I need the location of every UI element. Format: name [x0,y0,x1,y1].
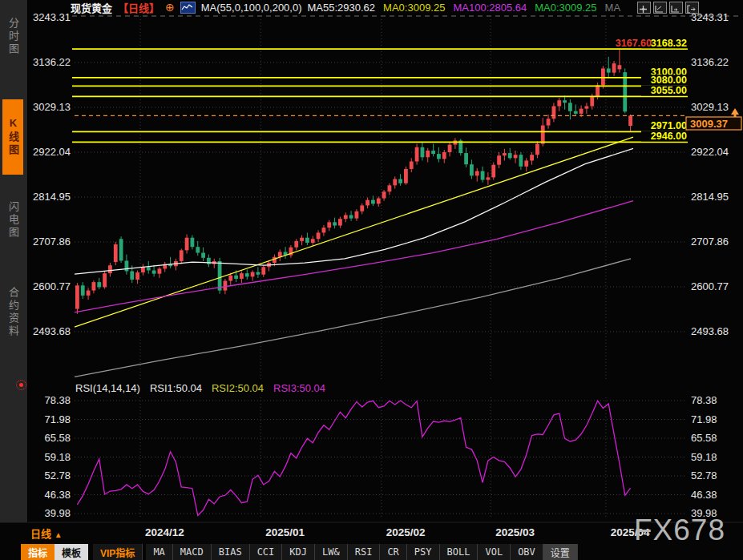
ma-value-label: MA0:3009.25 [535,2,596,14]
ma-value-label: MA0:3009.25 [383,2,445,14]
svg-text:2600.77: 2600.77 [33,280,71,292]
svg-text:2707.86: 2707.86 [691,236,729,248]
hline-label: 2971.00 [651,120,687,131]
month-label: 2024/12 [145,526,184,538]
svg-text:52.78: 52.78 [691,469,717,481]
ma-value-label: MA [605,2,621,14]
hline-label: 3055.00 [651,85,687,96]
rsi-settings-label: RSI(14,14,14) [75,382,140,394]
ma-line-MA55 [75,148,633,274]
period-tag: 【日线】 [118,0,160,15]
rsi-pane[interactable] [77,401,630,515]
svg-text:2600.77: 2600.77 [691,280,729,292]
left-sidebar: 分时图K线图闪电图合约资料 [0,0,28,522]
month-label: 2025/02 [386,526,426,538]
svg-text:3243.31: 3243.31 [33,11,71,23]
toolbar-item-PSY[interactable]: PSY [407,544,440,560]
rsi-values: RSI1:50.04RSI2:50.04RSI3:50.04 [150,382,325,394]
svg-text:71.98: 71.98 [44,413,71,425]
svg-text:3136.22: 3136.22 [691,56,729,68]
period-selector-label: 日线 [30,528,51,540]
zoom-axes-icon[interactable] [653,2,667,14]
toolbar-item-OBV[interactable]: OBV [511,544,543,560]
svg-text:78.38: 78.38 [691,394,717,406]
chart-header: 现货黄金 【日线】 ⊕ MA(55,0,100,0,200,0) MA55:29… [71,1,620,14]
rsi-value-label: RSI1:50.04 [150,382,202,394]
toolbar-item-KDJ[interactable]: KDJ [282,544,315,560]
toolbar-item-设置[interactable]: 设置 [543,544,578,560]
pan-chart-icon[interactable] [669,2,683,14]
svg-text:2493.68: 2493.68 [33,325,71,337]
svg-text:65.58: 65.58 [691,432,717,444]
toolbar-item-VIP指标[interactable]: VIP指标 [93,544,143,560]
sidebar-tab-合约资料[interactable]: 合约资料 [2,264,23,361]
brand-watermark: FX678 [634,514,725,547]
svg-text:39.98: 39.98 [44,507,71,519]
toolbar-item-MACD[interactable]: MACD [173,544,212,560]
svg-text:2707.86: 2707.86 [33,236,71,248]
toolbar-item-CR[interactable]: CR [380,544,406,560]
svg-text:46.38: 46.38 [691,489,717,501]
svg-text:71.98: 71.98 [691,413,717,425]
chevron-up-icon: ▲ [55,530,63,539]
sidebar-tab-分时图[interactable]: 分时图 [2,5,23,69]
toolbar-item-指标[interactable]: 指标 [21,544,55,560]
rsi-header: RSI(14,14,14) RSI1:50.04RSI2:50.04RSI3:5… [75,382,325,394]
ma-line-MA200 [75,259,631,377]
toolbar-item-MA[interactable]: MA [146,544,172,560]
candlestick-pane[interactable]: 3168.323100.003080.003055.002971.002946.… [72,38,741,377]
svg-text:2922.04: 2922.04 [691,146,729,158]
toolbar-item-VOL[interactable]: VOL [478,544,511,560]
svg-text:46.38: 46.38 [44,489,71,501]
ma-values: MA55:2930.62MA0:3009.25MA100:2805.64MA0:… [308,2,621,14]
svg-text:2814.95: 2814.95 [33,191,71,203]
rsi-line [77,401,630,515]
ma-value-label: MA55:2930.62 [308,2,376,14]
svg-text:3029.13: 3029.13 [691,101,729,113]
bottom-toolbar: 指标模板VIP指标MAMACDBIASCCIKDJLW&RSICRPSYBOLL… [21,544,578,560]
svg-text:2814.95: 2814.95 [691,191,729,203]
svg-text:65.58: 65.58 [44,432,71,444]
svg-text:52.78: 52.78 [44,469,71,481]
price-flag-icon [731,108,739,118]
toolbar-item-BIAS[interactable]: BIAS [212,544,250,560]
svg-text:2493.68: 2493.68 [691,325,729,337]
current-price-label: 3009.37 [690,118,728,130]
hline-label: 3168.32 [651,38,687,49]
sidebar-tab-闪电图[interactable]: 闪电图 [2,183,23,258]
trading-app-window: 3168.323100.003080.003055.002971.002946.… [0,0,743,560]
svg-text:78.38: 78.38 [44,394,71,406]
svg-text:59.18: 59.18 [691,451,717,463]
hline-label: 3080.00 [651,75,687,86]
record-dot-icon[interactable] [16,380,26,390]
ma-settings-label: MA(55,0,100,0,200,0) [201,2,302,14]
rsi-value-label: RSI3:50.04 [273,382,325,394]
symbol-title: 现货黄金 [71,0,112,15]
high-price-label: 3167.60 [616,38,652,49]
month-label: 2025/03 [495,526,535,538]
toolbar-item-LW&[interactable]: LW& [315,544,348,560]
svg-text:59.18: 59.18 [44,451,71,463]
hline-label: 2946.00 [651,131,687,142]
add-indicator-icon[interactable]: ⊕ [165,1,175,14]
window-controls [637,2,699,14]
rsi-value-label: RSI2:50.04 [212,382,264,394]
price-chart-canvas[interactable]: 3168.323100.003080.003055.002971.002946.… [0,0,743,560]
svg-text:3029.13: 3029.13 [33,101,71,113]
crosshair-tool-icon[interactable] [637,2,651,14]
toolbar-item-CCI[interactable]: CCI [250,544,283,560]
month-label: 2025/01 [265,526,305,538]
exit-chart-icon[interactable] [685,2,699,14]
ma-line-trendline [75,137,633,327]
sidebar-tab-K线图[interactable]: K线图 [2,99,23,175]
toolbar-item-RSI[interactable]: RSI [348,544,381,560]
period-selector[interactable]: 日线 ▲ [30,526,63,541]
svg-text:2922.04: 2922.04 [33,146,71,158]
svg-text:3136.22: 3136.22 [33,56,71,68]
toolbar-item-BOLL[interactable]: BOLL [440,544,479,560]
ma-value-label: MA100:2805.64 [453,2,527,14]
toolbar-item-模板[interactable]: 模板 [55,544,88,560]
chart-type-icon[interactable] [180,2,196,14]
